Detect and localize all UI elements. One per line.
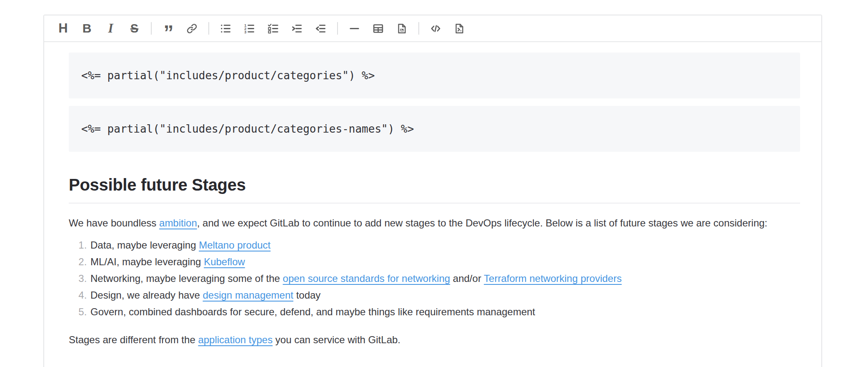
list-item: Data, maybe leveraging Meltano product: [90, 237, 800, 254]
indent-icon: [291, 23, 303, 34]
heading-icon: H: [58, 21, 68, 36]
toolbar-divider: [418, 22, 419, 35]
text-segment: , and we expect GitLab to continue to ad…: [197, 217, 768, 229]
italic-button[interactable]: I: [103, 19, 118, 38]
blockquote-icon: ”: [164, 23, 173, 43]
italic-icon: I: [108, 21, 113, 36]
image-button[interactable]: [395, 19, 409, 38]
table-button[interactable]: [371, 19, 385, 38]
horizontal-rule-button[interactable]: [347, 19, 362, 38]
bold-button[interactable]: B: [80, 19, 94, 38]
section-heading: Possible future Stages: [69, 175, 800, 204]
image-icon: [396, 23, 408, 34]
horizontal-rule-icon: [349, 23, 360, 34]
inline-link[interactable]: ambition: [159, 217, 197, 229]
bullet-list-button[interactable]: [218, 19, 233, 38]
text-segment: you can service with GitLab.: [273, 334, 400, 345]
strikethrough-button[interactable]: S: [127, 19, 142, 38]
task-list-button[interactable]: [266, 19, 280, 38]
list-item: Networking, maybe leveraging some of the…: [90, 270, 800, 287]
toolbar-divider: [337, 22, 338, 35]
svg-text:3: 3: [244, 30, 246, 34]
text-segment: and/or: [450, 273, 484, 284]
blockquote-button[interactable]: ”: [161, 19, 175, 38]
outdent-button[interactable]: [313, 19, 328, 38]
code-button[interactable]: [428, 19, 443, 38]
code-block-icon: [454, 23, 465, 34]
ordered-list-button[interactable]: 1 2 3: [242, 19, 257, 38]
link-button[interactable]: [185, 19, 199, 38]
bold-icon: B: [83, 21, 92, 35]
list-item: ML/AI, maybe leveraging Kubeflow: [90, 254, 800, 270]
text-segment: We have boundless: [69, 217, 159, 229]
inline-link[interactable]: Terraform networking providers: [484, 273, 622, 284]
code-block-button[interactable]: [452, 19, 467, 38]
list-item: Govern, combined dashboards for secure, …: [90, 304, 800, 320]
toolbar-divider: [208, 22, 209, 35]
indent-button[interactable]: [290, 19, 304, 38]
code-block[interactable]: <%= partial("includes/product/categories…: [69, 106, 800, 152]
text-segment: Networking, maybe leveraging some of the: [90, 273, 283, 284]
inline-link[interactable]: Meltano product: [199, 239, 270, 251]
code-icon: [430, 23, 441, 34]
strikethrough-icon: S: [130, 22, 138, 35]
task-list-icon: [268, 23, 279, 34]
editor-card: H B I S ”: [43, 15, 822, 367]
bullet-list-icon: [220, 23, 231, 34]
inline-link[interactable]: Kubeflow: [204, 256, 245, 267]
inline-link[interactable]: open source standards for networking: [283, 273, 450, 284]
link-icon: [186, 23, 198, 34]
table-icon: [373, 23, 384, 34]
intro-paragraph: We have boundless ambition, and we expec…: [69, 214, 800, 232]
text-segment: Design, we already have: [90, 289, 203, 301]
ordered-list-icon: 1 2 3: [244, 23, 255, 34]
outro-paragraph: Stages are different from the applicatio…: [69, 331, 800, 349]
text-segment: ML/AI, maybe leveraging: [90, 256, 204, 267]
text-segment: Govern, combined dashboards for secure, …: [90, 306, 535, 317]
inline-link[interactable]: design management: [203, 289, 293, 301]
code-text: <%= partial("includes/product/categories…: [81, 69, 375, 82]
heading-button[interactable]: H: [56, 19, 70, 38]
editor-content[interactable]: <%= partial("includes/product/categories…: [44, 42, 821, 349]
text-segment: today: [293, 289, 320, 301]
code-block[interactable]: <%= partial("includes/product/categories…: [69, 53, 800, 98]
text-segment: Data, maybe leveraging: [90, 239, 199, 251]
toolbar-divider: [151, 22, 152, 35]
code-text: <%= partial("includes/product/categories…: [81, 123, 414, 135]
outdent-icon: [315, 23, 326, 34]
future-stages-list: Data, maybe leveraging Meltano productML…: [69, 237, 800, 320]
editor-toolbar: H B I S ”: [44, 15, 821, 42]
list-item: Design, we already have design managemen…: [90, 287, 800, 304]
text-segment: Stages are different from the: [69, 334, 198, 345]
inline-link[interactable]: application types: [198, 334, 273, 345]
